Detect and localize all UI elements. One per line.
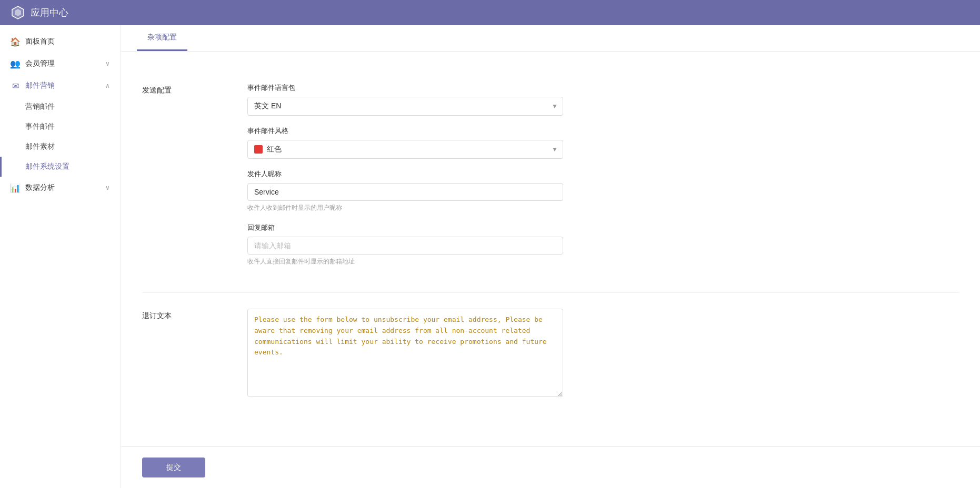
tab-bar: 杂项配置 (121, 25, 980, 52)
app-title: 应用中心 (31, 6, 68, 19)
unsubscribe-section: 退订文本 (142, 293, 959, 415)
reply-email-label: 回复邮箱 (247, 223, 563, 232)
member-icon: 👥 (11, 59, 20, 68)
chart-icon: 📊 (11, 183, 20, 192)
reply-email-input[interactable] (247, 237, 563, 255)
sidebar-label-member: 会员管理 (25, 59, 55, 68)
sidebar-label-event-email: 事件邮件 (25, 122, 55, 131)
sidebar-item-data-analysis[interactable]: 📊 数据分析 ∨ (0, 177, 121, 199)
email-language-label: 事件邮件语言包 (247, 83, 563, 93)
email-style-field: 事件邮件风格 红色 ▼ (247, 126, 563, 159)
submit-button[interactable]: 提交 (142, 458, 205, 477)
reply-email-field: 回复邮箱 收件人直接回复邮件时显示的邮箱地址 (247, 223, 563, 266)
sender-name-hint: 收件人收到邮件时显示的用户昵称 (247, 204, 563, 212)
main-content: 杂项配置 发送配置 事件邮件语言包 英文 EN ▼ (121, 25, 980, 488)
sidebar-label-email-settings: 邮件系统设置 (25, 162, 69, 171)
chevron-down-icon-3: ▼ (552, 103, 558, 110)
email-language-select-wrapper: 英文 EN ▼ (247, 97, 563, 116)
tab-misc-config[interactable]: 杂项配置 (137, 25, 187, 51)
sidebar-label-dashboard: 面板首页 (25, 37, 55, 46)
sidebar-item-email-settings[interactable]: 邮件系统设置 (0, 157, 121, 177)
tab-misc-config-label: 杂项配置 (147, 33, 177, 41)
chevron-up-icon: ∧ (105, 82, 110, 89)
email-language-value: 英文 EN (254, 101, 281, 111)
reply-email-hint: 收件人直接回复邮件时显示的邮箱地址 (247, 257, 563, 266)
sidebar-label-marketing-email: 营销邮件 (25, 102, 55, 111)
email-icon: ✉ (11, 81, 20, 90)
sidebar-item-member[interactable]: 👥 会员管理 ∨ (0, 53, 121, 75)
sidebar-item-email-material[interactable]: 邮件素材 (0, 137, 121, 157)
email-style-value: 红色 (267, 145, 282, 154)
sidebar-label-email-material: 邮件素材 (25, 142, 55, 151)
sender-name-label: 发件人昵称 (247, 169, 563, 179)
email-style-select-wrapper: 红色 ▼ (247, 140, 563, 159)
chevron-down-icon-2: ∨ (105, 184, 110, 191)
sidebar-label-data-analysis: 数据分析 (25, 183, 55, 192)
unsubscribe-label: 退订文本 (142, 309, 247, 399)
chevron-down-icon-4: ▼ (552, 146, 558, 153)
email-language-field: 事件邮件语言包 英文 EN ▼ (247, 83, 563, 116)
logo-icon (11, 5, 25, 20)
send-config-section: 发送配置 事件邮件语言包 英文 EN ▼ 事 (142, 67, 959, 293)
send-config-content: 事件邮件语言包 英文 EN ▼ 事件邮件风格 (247, 83, 563, 277)
sender-name-input[interactable] (247, 183, 563, 201)
form-area: 发送配置 事件邮件语言包 英文 EN ▼ 事 (121, 52, 980, 446)
submit-bar: 提交 (121, 446, 980, 488)
app-logo: 应用中心 (11, 5, 68, 20)
sidebar-item-marketing-email[interactable]: 营销邮件 (0, 97, 121, 117)
sidebar-item-email-marketing[interactable]: ✉ 邮件营销 ∧ (0, 75, 121, 97)
send-config-label: 发送配置 (142, 83, 247, 277)
sender-name-field: 发件人昵称 收件人收到邮件时显示的用户昵称 (247, 169, 563, 212)
chevron-down-icon: ∨ (105, 60, 110, 67)
unsubscribe-content (247, 309, 563, 399)
email-language-select[interactable]: 英文 EN ▼ (247, 97, 563, 116)
sidebar-item-event-email[interactable]: 事件邮件 (0, 117, 121, 137)
sidebar-label-email-marketing: 邮件营销 (25, 81, 55, 90)
email-style-select[interactable]: 红色 ▼ (247, 140, 563, 159)
home-icon: 🏠 (11, 37, 20, 46)
app-header: 应用中心 (0, 0, 980, 25)
color-swatch-red (254, 145, 263, 154)
sidebar-item-dashboard[interactable]: 🏠 面板首页 (0, 30, 121, 53)
sidebar-submenu-email: 营销邮件 事件邮件 邮件素材 邮件系统设置 (0, 97, 121, 177)
sidebar: 🏠 面板首页 👥 会员管理 ∨ ✉ 邮件营销 ∧ 营销邮件 事件邮件 邮件素材 … (0, 25, 121, 488)
email-style-label: 事件邮件风格 (247, 126, 563, 136)
unsubscribe-textarea[interactable] (247, 309, 563, 397)
